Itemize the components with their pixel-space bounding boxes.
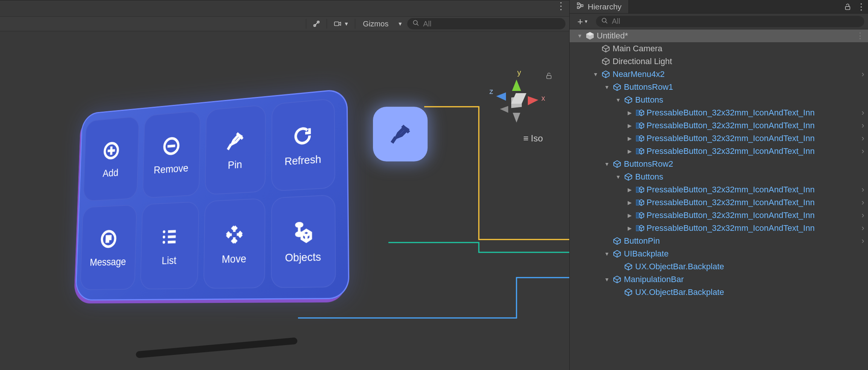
kebab-icon[interactable]: ⋮: [856, 31, 864, 41]
hierarchy-tree[interactable]: ▼ Untitled* ⋮ Main CameraDirectional Lig…: [570, 29, 868, 370]
create-dropdown[interactable]: + ▼: [573, 16, 592, 27]
scene-view[interactable]: ⋮ ▼ Gizmos ▼: [0, 0, 569, 370]
hierarchy-item-label: PressableButton_32x32mm_IconAndText_Inn: [646, 198, 859, 207]
gizmos-dropdown[interactable]: Gizmos: [358, 18, 393, 29]
hierarchy-row[interactable]: ▼UIBackplate: [570, 247, 868, 260]
hierarchy-row[interactable]: Directional Light: [570, 55, 868, 68]
panel-lock-icon[interactable]: [841, 0, 854, 13]
foldout-icon[interactable]: ▼: [615, 173, 622, 180]
gizmos-dropdown-arrow-icon[interactable]: ▼: [394, 18, 406, 29]
hierarchy-row[interactable]: ▼ManipulationBar: [570, 273, 868, 286]
svg-rect-2: [335, 22, 339, 26]
svg-rect-34: [637, 111, 637, 115]
foldout-icon[interactable]: [615, 263, 622, 270]
foldout-icon[interactable]: ▼: [604, 250, 610, 257]
near-menu-button-add[interactable]: Add: [83, 116, 139, 201]
chevron-right-icon[interactable]: ›: [862, 134, 864, 143]
hierarchy-row[interactable]: ▶PressableButton_32x32mm_IconAndText_Inn…: [570, 222, 868, 235]
scene-search[interactable]: [407, 18, 565, 29]
foldout-icon[interactable]: ▶: [626, 135, 633, 142]
near-menu-button-remove[interactable]: Remove: [142, 111, 200, 198]
orientation-gizmo[interactable]: y x z: [486, 69, 547, 131]
panel-kebab-icon[interactable]: ⋮: [854, 0, 868, 13]
chevron-right-icon[interactable]: ›: [862, 236, 864, 246]
near-menu-button-refresh[interactable]: Refresh: [271, 98, 336, 191]
hierarchy-row[interactable]: UX.ObjectBar.Backplate: [570, 260, 868, 273]
foldout-icon[interactable]: ▶: [626, 186, 633, 193]
hierarchy-search-input[interactable]: [612, 17, 859, 26]
foldout-icon[interactable]: ▼: [576, 32, 583, 39]
near-menu-button-move[interactable]: Move: [203, 198, 265, 289]
foldout-icon[interactable]: ▼: [592, 71, 599, 78]
foldout-icon[interactable]: [592, 45, 599, 52]
scene-kebab-icon[interactable]: ⋮: [554, 0, 567, 13]
projection-toggle[interactable]: ≡ Iso: [523, 133, 543, 144]
hierarchy-row[interactable]: ▶PressableButton_32x32mm_IconAndText_Inn…: [570, 183, 868, 196]
chevron-right-icon[interactable]: ›: [862, 121, 864, 130]
hierarchy-row[interactable]: ▼NearMenu4x2›: [570, 68, 868, 81]
near-menu-button-objects[interactable]: Objects: [271, 195, 336, 288]
hierarchy-row[interactable]: ▶PressableButton_32x32mm_IconAndText_Inn…: [570, 119, 868, 132]
scene-row[interactable]: ▼ Untitled* ⋮: [570, 29, 868, 42]
foldout-icon[interactable]: ▶: [626, 109, 633, 116]
hierarchy-row[interactable]: ▶PressableButton_32x32mm_IconAndText_Inn…: [570, 106, 868, 119]
near-menu-button-message[interactable]: Message: [80, 204, 137, 290]
gameobject-icon: [635, 134, 644, 143]
svg-rect-39: [638, 123, 639, 128]
gameobject-icon: [601, 57, 610, 66]
foldout-icon[interactable]: ▶: [626, 122, 633, 129]
svg-rect-56: [637, 200, 637, 205]
foldout-icon[interactable]: ▶: [626, 225, 633, 232]
chevron-right-icon[interactable]: ›: [862, 210, 864, 220]
svg-point-9: [163, 241, 165, 244]
svg-rect-53: [638, 187, 639, 192]
hierarchy-row[interactable]: ▶PressableButton_32x32mm_IconAndText_Inn…: [570, 196, 868, 209]
gameobject-icon: [613, 249, 622, 258]
scene-canvas[interactable]: AddRemovePinRefreshMessageListMoveObject…: [0, 31, 569, 370]
hierarchy-row[interactable]: UX.ObjectBar.Backplate: [570, 286, 868, 299]
foldout-icon[interactable]: ▶: [626, 212, 633, 219]
hierarchy-item-label: ButtonsRow1: [624, 82, 864, 92]
gameobject-icon: [635, 185, 644, 194]
hierarchy-tab[interactable]: Hierarchy: [570, 0, 629, 13]
gameobject-icon: [613, 236, 622, 246]
near-menu-button-pin[interactable]: Pin: [205, 104, 266, 195]
chevron-right-icon[interactable]: ›: [862, 185, 864, 195]
foldout-icon[interactable]: [615, 289, 622, 296]
chevron-right-icon[interactable]: ›: [862, 146, 864, 156]
camera-icon[interactable]: ▼: [330, 18, 352, 29]
chevron-right-icon[interactable]: ›: [862, 223, 864, 233]
hierarchy-row[interactable]: ▼Buttons: [570, 170, 868, 183]
scene-search-input[interactable]: [423, 20, 560, 28]
chevron-right-icon[interactable]: ›: [862, 108, 864, 118]
pin-icon: [224, 129, 246, 154]
near-menu-button-list[interactable]: List: [140, 201, 199, 290]
foldout-icon[interactable]: ▶: [626, 148, 633, 155]
foldout-icon[interactable]: [604, 238, 610, 244]
hierarchy-row[interactable]: ▶PressableButton_32x32mm_IconAndText_Inn…: [570, 145, 868, 158]
hierarchy-row[interactable]: ▼ButtonsRow1: [570, 81, 868, 94]
foldout-icon[interactable]: ▼: [604, 161, 610, 167]
chevron-right-icon[interactable]: ›: [862, 198, 864, 207]
gameobject-icon: [624, 262, 633, 271]
foldout-icon[interactable]: ▶: [626, 199, 633, 206]
hierarchy-row[interactable]: ▼ButtonsRow2: [570, 158, 868, 170]
near-menu-panel[interactable]: AddRemovePinRefreshMessageListMoveObject…: [75, 88, 349, 301]
hierarchy-row[interactable]: ButtonPin›: [570, 235, 868, 247]
button-pin-tile[interactable]: [373, 107, 428, 161]
foldout-icon[interactable]: ▼: [604, 84, 610, 91]
lock-icon[interactable]: [545, 72, 553, 81]
foldout-icon[interactable]: ▼: [615, 97, 622, 103]
axis-y-label: y: [517, 69, 521, 77]
toolbar-separator: [327, 19, 327, 29]
tools-icon[interactable]: [309, 18, 324, 29]
projection-lines-icon: ≡: [523, 133, 528, 144]
chevron-right-icon[interactable]: ›: [862, 69, 864, 79]
hierarchy-row[interactable]: Main Camera: [570, 42, 868, 55]
hierarchy-row[interactable]: ▼Buttons: [570, 94, 868, 106]
hierarchy-search[interactable]: [596, 16, 864, 27]
foldout-icon[interactable]: ▼: [604, 276, 610, 283]
hierarchy-row[interactable]: ▶PressableButton_32x32mm_IconAndText_Inn…: [570, 132, 868, 145]
foldout-icon[interactable]: [592, 58, 599, 65]
hierarchy-row[interactable]: ▶PressableButton_32x32mm_IconAndText_Inn…: [570, 209, 868, 222]
